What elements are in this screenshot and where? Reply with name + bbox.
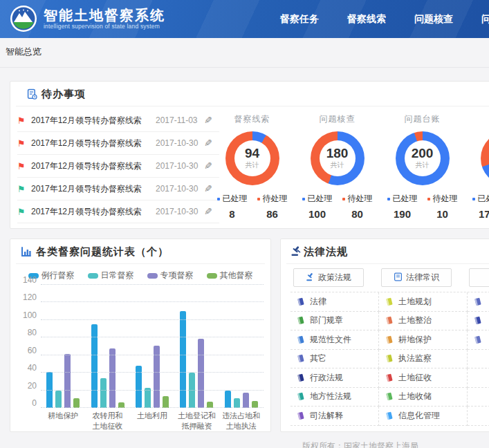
law-item-信息化管理[interactable]: 信息化管理 — [379, 407, 468, 426]
todo-list: ⚑2017年12月领导转办督察线索2017-11-03✎⚑2017年12月领导转… — [17, 109, 219, 223]
bar-其他督察 — [163, 396, 169, 408]
x-axis-label: 农转用和 土地征收 — [85, 411, 129, 431]
law-item-行政法规[interactable]: 行政法规 — [290, 368, 379, 388]
law-tab-2[interactable] — [469, 268, 489, 287]
law-cell-empty — [468, 350, 489, 369]
stat-pending-value: 10 — [436, 208, 448, 220]
law-tab-政策法规[interactable]: 政策法规 — [293, 268, 364, 287]
todo-item-date: 2017-10-30 — [156, 184, 204, 194]
nav-item-督察任务[interactable]: 督察任务 — [280, 13, 319, 26]
app-header: 智能土地督察系统 intelligent supervision of stat… — [0, 0, 489, 38]
bar-例行督察 — [180, 311, 186, 408]
book-icon — [385, 354, 394, 363]
flag-icon: ⚑ — [17, 185, 31, 194]
law-item[interactable] — [468, 312, 489, 331]
page: 智能土地督察系统 intelligent supervision of stat… — [0, 0, 489, 448]
law-cell-empty — [468, 388, 489, 407]
laws-card: 法律法规 政策法规法律常识 法律土地规划部门规章土地整治规范性文件耕地保护其它执… — [280, 239, 489, 432]
book-icon — [296, 354, 305, 363]
legend-item-日常督察[interactable]: 日常督察 — [88, 270, 134, 281]
legend-marker-icon — [147, 273, 158, 279]
x-axis-label: 土地利用 — [130, 411, 174, 431]
legend-label: 例行督察 — [41, 270, 75, 281]
todo-row: ⚑2017年12月领导转办督察线索2017-11-03✎ — [17, 109, 219, 132]
stat-processed: 已处理175 — [472, 193, 489, 220]
law-item-法律[interactable]: 法律 — [290, 292, 379, 312]
gridline — [41, 337, 264, 337]
law-item-土地收储[interactable]: 土地收储 — [379, 388, 468, 407]
donut-chart: 94共计 — [225, 131, 279, 185]
legend-item-专项督察[interactable]: 专项督察 — [147, 270, 194, 281]
bar-chart-legend: 例行督察日常督察专项督察其他督察 — [10, 270, 270, 281]
book-icon — [296, 373, 305, 382]
stat-processed-label: 已处理 — [393, 193, 418, 205]
bar-专项督察 — [198, 339, 204, 408]
law-item-规范性文件[interactable]: 规范性文件 — [290, 330, 379, 350]
gridline — [41, 372, 264, 373]
legend-dot-icon — [257, 198, 260, 200]
legend-label: 其他督察 — [220, 270, 253, 281]
bar-日常督察 — [189, 373, 195, 408]
law-item-label: 部门规章 — [310, 315, 343, 326]
nav-item-问题核查[interactable]: 问题核查 — [414, 13, 453, 26]
book-icon — [473, 335, 482, 344]
book-icon — [296, 411, 305, 420]
stats-row: 督察线索94共计已处理8待处理86问题核查180共计已处理100待处理80问题台… — [210, 113, 489, 220]
bar-专项督察 — [243, 393, 249, 408]
law-item-部门规章[interactable]: 部门规章 — [290, 312, 379, 331]
stat-processed-label: 已处理 — [308, 193, 333, 205]
law-item-土地整治[interactable]: 土地整治 — [379, 312, 468, 331]
stat-total-value: 94 — [245, 147, 259, 160]
flag-icon: ⚑ — [17, 116, 31, 125]
law-item-其它[interactable]: 其它 — [290, 350, 379, 369]
app-logo[interactable]: 智能土地督察系统 intelligent supervision of stat… — [10, 5, 165, 32]
bar-专项督察 — [64, 354, 71, 408]
todo-item-text: 2017年12月领导转办督察线索 — [31, 206, 156, 218]
book-icon — [385, 316, 394, 325]
app-subtitle: intelligent supervision of state land sy… — [44, 23, 165, 30]
nav-item-督察线索[interactable]: 督察线索 — [347, 13, 386, 26]
gridline — [41, 284, 264, 285]
gridline — [41, 301, 264, 302]
footer-copyright: 版权所有：国家土地督察上海局 — [302, 440, 418, 448]
gavel-icon — [306, 272, 315, 283]
law-grid: 法律土地规划部门规章土地整治规范性文件耕地保护其它执法监察行政法规土地征收地方性… — [290, 292, 489, 426]
bar-chart-xaxis: 耕地保护农转用和 土地征收土地利用土地登记和 抵押融资违法占地和 土地执法 — [41, 411, 264, 431]
todo-row: ⚑2017年12月领导转办督察线索2017-10-30✎ — [17, 155, 219, 178]
law-item-土地规划[interactable]: 土地规划 — [379, 292, 468, 312]
book-icon — [296, 335, 305, 344]
bar-日常督察 — [145, 388, 151, 408]
y-tick-label: 0 — [15, 398, 37, 408]
y-tick-label: 20 — [15, 381, 37, 391]
law-item-执法监察[interactable]: 执法监察 — [379, 350, 468, 369]
legend-dot-icon — [387, 198, 390, 200]
y-tick-label: 100 — [15, 310, 37, 320]
todo-item-text: 2017年12月领导转办督察线索 — [31, 115, 156, 127]
law-cell-empty — [468, 368, 489, 388]
law-item-耕地保护[interactable]: 耕地保护 — [379, 330, 468, 350]
law-item[interactable] — [468, 292, 489, 312]
legend-dot-icon — [217, 198, 220, 200]
stat-processed-label: 已处理 — [223, 193, 248, 205]
breadcrumb-bar: 智能总览 — [0, 38, 489, 68]
legend-dot-icon — [427, 198, 430, 200]
todo-item-text: 2017年12月领导转办督察线索 — [31, 138, 156, 149]
stat-total-value: 180 — [326, 147, 349, 160]
law-tab-法律常识[interactable]: 法律常识 — [381, 268, 452, 287]
law-item-label: 信息化管理 — [398, 410, 440, 422]
law-item-司法解释[interactable]: 司法解释 — [290, 407, 379, 426]
law-item[interactable] — [468, 330, 489, 350]
stat-pending-label: 待处理 — [433, 193, 458, 205]
law-item-地方性法规[interactable]: 地方性法规 — [290, 388, 379, 407]
stat-title: 问题台账 — [405, 113, 441, 125]
todo-item-date: 2017-10-30 — [156, 161, 204, 171]
book-icon — [394, 272, 403, 283]
legend-item-其他督察[interactable]: 其他督察 — [207, 270, 253, 281]
law-item-label: 行政法规 — [310, 372, 343, 384]
nav-item-问题台账[interactable]: 问题台账 — [481, 13, 489, 26]
app-title: 智能土地督察系统 — [44, 8, 165, 23]
law-item-土地征收[interactable]: 土地征收 — [379, 368, 468, 388]
flag-icon: ⚑ — [17, 162, 31, 171]
bar-日常督察 — [234, 398, 240, 408]
y-tick-label: 140 — [15, 275, 37, 285]
